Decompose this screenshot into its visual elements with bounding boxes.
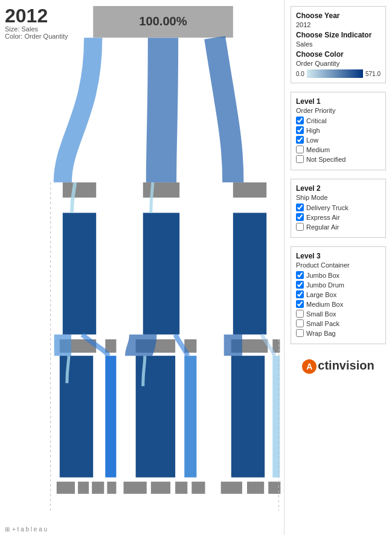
- level1-low-checkbox[interactable]: [296, 136, 304, 144]
- svg-rect-29: [247, 482, 264, 494]
- level3-subtitle: Product Container: [296, 261, 381, 269]
- level1-low-label: Low: [306, 136, 318, 144]
- level3-medium-box-checkbox[interactable]: [296, 300, 304, 308]
- level3-large-box-checkbox[interactable]: [296, 290, 304, 298]
- level2-regular-air[interactable]: Regular Air: [296, 223, 381, 231]
- level1-low[interactable]: Low: [296, 136, 381, 144]
- level3-small-box-label: Small Box: [306, 310, 336, 318]
- level2-section: Level 2 Ship Mode Delivery Truck Express…: [291, 179, 386, 238]
- level3-wrap-bag-label: Wrap Bag: [306, 330, 336, 337]
- level2-express-air[interactable]: Express Air: [296, 213, 381, 221]
- level1-not-specified-checkbox[interactable]: [296, 155, 304, 163]
- choose-year-title: Choose Year: [296, 11, 381, 20]
- level3-jumbo-box-label: Jumbo Box: [306, 272, 339, 279]
- level2-delivery-truck[interactable]: Delivery Truck: [296, 203, 381, 211]
- level1-high-label: High: [306, 127, 320, 134]
- level1-not-specified[interactable]: Not Specified: [296, 155, 381, 163]
- color-scale: 0.0 571.0: [296, 69, 381, 78]
- level2-delivery-truck-checkbox[interactable]: [296, 203, 304, 211]
- svg-rect-15: [105, 356, 116, 477]
- tableau-logo-icon: ⊞: [5, 526, 10, 533]
- svg-rect-3: [63, 213, 96, 334]
- tableau-footer: ⊞ + t a b l e a u: [5, 526, 47, 533]
- svg-rect-17: [184, 356, 196, 477]
- level3-medium-box[interactable]: Medium Box: [296, 300, 381, 308]
- choose-color-title: Choose Color: [296, 50, 381, 59]
- level3-jumbo-drum-label: Jumbo Drum: [306, 281, 344, 289]
- level2-express-air-checkbox[interactable]: [296, 213, 304, 221]
- logo-text: ctinvision: [318, 359, 374, 372]
- logo-area: Actinvision: [291, 353, 386, 380]
- level3-small-pack-label: Small Pack: [306, 320, 339, 327]
- level3-small-pack-checkbox[interactable]: [296, 319, 304, 327]
- svg-rect-23: [107, 482, 116, 494]
- level1-critical-checkbox[interactable]: [296, 117, 304, 124]
- level1-title: Level 1: [296, 97, 381, 106]
- level3-jumbo-box-checkbox[interactable]: [296, 271, 304, 279]
- svg-rect-14: [60, 356, 93, 477]
- level2-delivery-truck-label: Delivery Truck: [306, 204, 349, 211]
- color-gradient: [307, 69, 363, 78]
- level1-medium-label: Medium: [306, 146, 330, 153]
- svg-rect-6: [233, 182, 266, 197]
- svg-rect-24: [124, 482, 147, 494]
- level1-high[interactable]: High: [296, 126, 381, 134]
- tableau-label: + t a b l e a u: [12, 526, 47, 533]
- choose-size-title: Choose Size Indicator: [296, 31, 381, 39]
- level1-high-checkbox[interactable]: [296, 126, 304, 134]
- svg-rect-22: [92, 482, 104, 494]
- level3-small-box[interactable]: Small Box: [296, 310, 381, 318]
- level3-small-pack[interactable]: Small Pack: [296, 319, 381, 327]
- choose-color-value: Order Quantity: [296, 60, 381, 67]
- scale-min: 0.0: [296, 71, 304, 77]
- sankey-area: 100.00%: [42, 6, 284, 511]
- main-area: 2012 Size: Sales Color: Order Quantity 1…: [0, 0, 284, 535]
- svg-rect-16: [136, 356, 175, 477]
- right-panel: Choose Year 2012 Choose Size Indicator S…: [284, 0, 392, 535]
- svg-rect-28: [221, 482, 242, 494]
- svg-text:100.00%: 100.00%: [139, 14, 187, 28]
- svg-rect-2: [63, 182, 96, 197]
- level3-jumbo-drum[interactable]: Jumbo Drum: [296, 281, 381, 289]
- logo-circle: A: [302, 359, 316, 374]
- level2-regular-air-label: Regular Air: [306, 223, 339, 231]
- level1-section: Level 1 Order Priority Critical High Low…: [291, 92, 386, 170]
- level3-title: Level 3: [296, 252, 381, 260]
- level1-medium[interactable]: Medium: [296, 146, 381, 153]
- svg-rect-20: [57, 482, 75, 494]
- level3-medium-box-label: Medium Box: [306, 301, 343, 308]
- svg-rect-25: [151, 482, 170, 494]
- level1-medium-checkbox[interactable]: [296, 146, 304, 153]
- level3-jumbo-box[interactable]: Jumbo Box: [296, 271, 381, 279]
- level2-subtitle: Ship Mode: [296, 194, 381, 201]
- level2-express-air-label: Express Air: [306, 214, 340, 221]
- level2-title: Level 2: [296, 184, 381, 193]
- level3-small-box-checkbox[interactable]: [296, 310, 304, 318]
- choose-year-value: 2012: [296, 21, 381, 28]
- scale-max: 571.0: [365, 71, 381, 77]
- svg-rect-26: [175, 482, 187, 494]
- level1-not-specified-label: Not Specified: [306, 156, 345, 163]
- level2-regular-air-checkbox[interactable]: [296, 223, 304, 231]
- level3-section: Level 3 Product Container Jumbo Box Jumb…: [291, 246, 386, 344]
- svg-rect-5: [143, 213, 179, 334]
- svg-rect-27: [191, 482, 205, 494]
- choose-year-section: Choose Year 2012 Choose Size Indicator S…: [291, 6, 386, 83]
- level3-large-box[interactable]: Large Box: [296, 290, 381, 298]
- level3-jumbo-drum-checkbox[interactable]: [296, 281, 304, 289]
- level1-critical-label: Critical: [306, 117, 327, 124]
- svg-rect-21: [78, 482, 89, 494]
- level1-subtitle: Order Priority: [296, 107, 381, 114]
- level3-wrap-bag[interactable]: Wrap Bag: [296, 329, 381, 337]
- svg-rect-7: [233, 213, 266, 334]
- choose-size-value: Sales: [296, 40, 381, 48]
- level3-wrap-bag-checkbox[interactable]: [296, 329, 304, 337]
- level1-critical[interactable]: Critical: [296, 117, 381, 124]
- svg-rect-18: [231, 356, 265, 477]
- level3-large-box-label: Large Box: [306, 291, 336, 298]
- svg-rect-4: [143, 182, 179, 197]
